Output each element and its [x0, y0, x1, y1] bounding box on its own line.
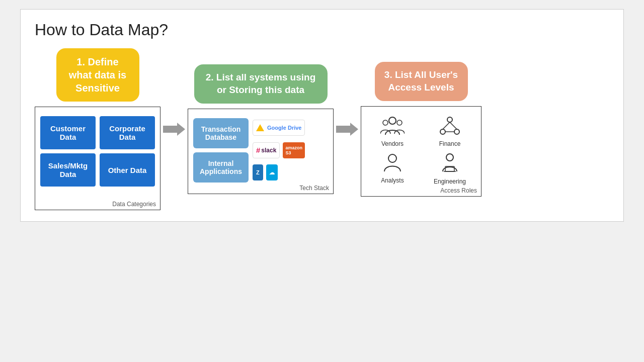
svg-point-5 — [447, 117, 452, 122]
step2-bubble: 2. List all systems using or Storing thi… — [194, 64, 328, 103]
slide: How to Data Map? 1. Define what data is … — [20, 9, 624, 222]
svg-line-8 — [443, 122, 450, 129]
analysts-icon — [382, 152, 403, 175]
tech-logos-col: Google Drive # slack amazonS3 — [253, 118, 328, 183]
svg-point-6 — [440, 129, 445, 134]
vendors-icon — [380, 116, 405, 138]
step3-bubble: 3. List All User's Access Levels — [375, 62, 468, 101]
svg-marker-1 — [336, 123, 358, 136]
logo-row-1: Google Drive — [253, 120, 328, 136]
tech-stack-label: Tech Stack — [299, 185, 329, 192]
svg-point-3 — [383, 120, 388, 125]
flow-row: 1. Define what data is Sensitive Custome… — [35, 48, 609, 210]
tech-grid: Transaction Database Internal Applicatio… — [193, 118, 328, 183]
roles-grid: Vendors — [366, 116, 476, 185]
arrow2 — [334, 122, 361, 137]
slide-title: How to Data Map? — [35, 21, 609, 39]
svg-point-4 — [397, 120, 402, 125]
transaction-db: Transaction Database — [193, 118, 249, 148]
logo-row-3: Z ☁ — [253, 164, 328, 180]
arrow1-icon — [163, 122, 185, 137]
svg-marker-0 — [163, 123, 185, 136]
col2: 2. List all systems using or Storing thi… — [188, 64, 334, 194]
role-vendors: Vendors — [366, 116, 419, 147]
slack-logo: # slack — [253, 142, 280, 158]
internal-apps: Internal Applications — [193, 152, 249, 183]
data-cards-grid: Customer Data Corporate Data Sales/Mktg … — [40, 116, 155, 187]
vendors-label: Vendors — [381, 140, 404, 147]
amazons3-text: amazonS3 — [285, 145, 302, 155]
slack-icon: # — [256, 146, 260, 154]
corporate-data-card: Corporate Data — [100, 116, 155, 149]
access-roles-box: Vendors — [361, 106, 481, 197]
col1: 1. Define what data is Sensitive Custome… — [35, 48, 160, 210]
customer-data-card: Customer Data — [40, 116, 96, 149]
finance-icon — [438, 116, 462, 138]
step1-bubble: 1. Define what data is Sensitive — [56, 48, 139, 102]
access-roles-label: Access Roles — [440, 187, 477, 194]
gdrive-icon — [256, 124, 264, 131]
logo-row-2: # slack amazonS3 — [253, 142, 328, 158]
role-analysts: Analysts — [366, 152, 419, 185]
analysts-label: Analysts — [381, 177, 404, 184]
svg-point-2 — [389, 117, 396, 124]
finance-label: Finance — [439, 140, 461, 147]
zendesk-text: Z — [256, 169, 260, 175]
gdrive-logo: Google Drive — [253, 120, 305, 136]
role-finance: Finance — [424, 116, 476, 147]
amazons3-logo: amazonS3 — [283, 142, 305, 158]
engineering-icon — [439, 152, 461, 176]
other-data-card: Other Data — [100, 153, 155, 187]
data-categories-box: Customer Data Corporate Data Sales/Mktg … — [35, 107, 160, 210]
slack-text: slack — [261, 147, 276, 154]
svg-point-12 — [446, 154, 453, 161]
salesforce-logo: ☁ — [266, 164, 278, 180]
svg-point-7 — [454, 129, 459, 134]
arrow2-icon — [336, 122, 358, 137]
sales-mktg-data-card: Sales/Mktg Data — [40, 153, 96, 187]
svg-point-11 — [388, 154, 396, 162]
zendesk-logo: Z — [253, 164, 263, 180]
svg-line-9 — [450, 122, 457, 129]
arrow1 — [160, 122, 188, 137]
tech-stack-box: Transaction Database Internal Applicatio… — [188, 109, 334, 194]
salesforce-text: ☁ — [269, 169, 275, 176]
data-categories-label: Data Categories — [112, 201, 156, 208]
gdrive-text: Google Drive — [267, 125, 301, 131]
col3: 3. List All User's Access Levels — [361, 62, 481, 196]
role-engineering: Engineering — [424, 152, 476, 185]
engineering-label: Engineering — [434, 178, 466, 185]
